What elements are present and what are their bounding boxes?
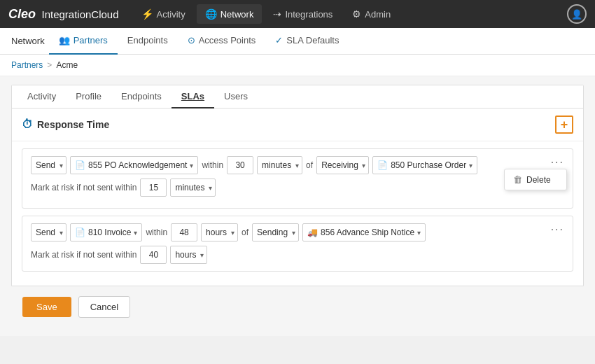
doc-icon-1: 📄: [75, 160, 85, 170]
sec-nav-access-points-label: Access Points: [199, 35, 256, 46]
sec-nav-endpoints[interactable]: Endpoints: [118, 28, 178, 55]
inner-tabs: Activity Profile Endpoints SLAs Users: [12, 85, 583, 108]
logo: Cleo IntegrationCloud: [8, 7, 119, 22]
tab-profile[interactable]: Profile: [66, 85, 111, 108]
doc-type-2-text: 810 Invoice: [88, 227, 131, 237]
send-select-1[interactable]: Send ▾: [31, 156, 66, 174]
doc-type-select-1[interactable]: 📄 855 PO Acknowledgement ▾: [70, 156, 198, 174]
breadcrumb-separator: >: [47, 60, 52, 70]
breadcrumb-current: Acme: [56, 60, 78, 70]
within-num-1[interactable]: [227, 156, 253, 174]
doc-type-1-arrow: ▾: [190, 162, 193, 169]
doc-type2-2-text: 856 Advance Ship Notice: [321, 227, 414, 237]
section-title-text: Response Time: [37, 119, 109, 130]
partners-icon: 👥: [59, 35, 70, 46]
within-label-1: within: [202, 160, 223, 170]
doc-type2-select-2[interactable]: 🚚 856 Advance Ship Notice ▾: [302, 223, 426, 241]
mark-unit-select-2[interactable]: hours ▾: [170, 246, 207, 264]
doc-type2-select-1[interactable]: 📄 850 Purchase Order ▾: [372, 156, 477, 174]
access-points-icon: ⊙: [188, 35, 195, 46]
time-unit-dropdown-2[interactable]: hours: [204, 227, 229, 237]
add-sla-button[interactable]: +: [555, 115, 573, 134]
direction-select-2[interactable]: Sending ▾: [252, 223, 299, 241]
delete-menu-item[interactable]: 🗑 Delete: [505, 169, 566, 190]
sla-row-group-2: ··· Send ▾ 📄 810 Invoice ▾ within: [22, 216, 573, 272]
mark-unit-dropdown-1[interactable]: minutes: [174, 183, 206, 192]
user-avatar[interactable]: 👤: [567, 4, 587, 24]
delete-label: Delete: [526, 175, 551, 185]
doc-type-select-2[interactable]: 📄 810 Invoice ▾: [70, 223, 142, 241]
row-menu-button-1[interactable]: ···: [548, 155, 567, 170]
network-icon: 🌐: [205, 8, 217, 20]
mark-num-1[interactable]: [140, 178, 167, 197]
doc-icon-2: 📄: [75, 227, 85, 237]
tab-users[interactable]: Users: [214, 85, 258, 108]
time-unit-select-2[interactable]: hours ▾: [201, 223, 238, 241]
sla-row-2-line-2: Mark at risk if not sent within hours ▾: [31, 246, 564, 264]
within-label-2: within: [146, 227, 167, 237]
sla-defaults-icon: ✓: [275, 35, 283, 46]
sec-nav-endpoints-label: Endpoints: [127, 35, 168, 46]
direction-dropdown-2[interactable]: Sending: [255, 227, 290, 237]
of-label-1: of: [306, 160, 313, 170]
sla-row-1-line-2: Mark at risk if not sent within minutes …: [31, 178, 564, 197]
mark-unit-dropdown-2[interactable]: hours: [174, 250, 198, 260]
breadcrumb-link[interactable]: Partners: [11, 60, 43, 70]
send-arrow-2: ▾: [59, 229, 63, 237]
send-select-2[interactable]: Send ▾: [31, 223, 66, 241]
cancel-button[interactable]: Cancel: [78, 296, 130, 318]
doc-icon2-2: 🚚: [307, 227, 318, 237]
direction-dropdown-1[interactable]: Receiving: [320, 160, 360, 170]
mark-num-2[interactable]: [140, 246, 167, 264]
nav-item-activity-label: Activity: [157, 9, 186, 20]
nav-item-network[interactable]: 🌐 Network: [197, 4, 262, 24]
nav-item-admin[interactable]: ⚙ Admin: [344, 4, 399, 24]
sla-row-2-line-1: Send ▾ 📄 810 Invoice ▾ within hours ▾: [31, 223, 564, 241]
secondary-nav: Network 👥 Partners Endpoints ⊙ Access Po…: [0, 28, 595, 55]
send-dropdown-1[interactable]: Send: [34, 160, 57, 170]
time-unit-select-1[interactable]: minutes ▾: [257, 156, 302, 174]
breadcrumb: Partners > Acme: [0, 55, 595, 76]
doc-type-1-text: 855 PO Acknowledgement: [88, 160, 187, 170]
integrations-icon: ⇢: [273, 8, 281, 20]
tab-activity[interactable]: Activity: [18, 85, 66, 108]
sla-row-1-line-1: Send ▾ 📄 855 PO Acknowledgement ▾ within…: [31, 156, 564, 174]
doc-type2-1-text: 850 Purchase Order: [391, 160, 466, 170]
direction-select-1[interactable]: Receiving ▾: [316, 156, 369, 174]
mark-unit-arrow-2: ▾: [200, 251, 204, 259]
tab-slas[interactable]: SLAs: [172, 85, 214, 108]
sec-nav-partners[interactable]: 👥 Partners: [49, 28, 118, 55]
nav-item-activity[interactable]: ⚡ Activity: [133, 4, 194, 24]
logo-ic: IntegrationCloud: [41, 8, 118, 20]
row-menu-button-2[interactable]: ···: [548, 222, 567, 237]
direction-arrow-2: ▾: [292, 229, 295, 237]
sec-nav-sla-defaults[interactable]: ✓ SLA Defaults: [265, 28, 349, 55]
avatar-icon: 👤: [571, 9, 582, 20]
send-arrow-1: ▾: [59, 162, 63, 169]
admin-icon: ⚙: [352, 8, 361, 20]
mark-unit-select-1[interactable]: minutes ▾: [170, 178, 216, 197]
of-label-2: of: [241, 227, 248, 237]
top-nav-items: ⚡ Activity 🌐 Network ⇢ Integrations ⚙ Ad…: [133, 4, 567, 24]
sec-nav-sla-defaults-label: SLA Defaults: [286, 35, 339, 46]
delete-icon: 🗑: [513, 174, 522, 185]
within-num-2[interactable]: [171, 223, 197, 241]
sec-nav-access-points[interactable]: ⊙ Access Points: [178, 28, 266, 55]
doc-type2-2-arrow: ▾: [417, 229, 421, 237]
tab-endpoints[interactable]: Endpoints: [111, 85, 172, 108]
nav-item-integrations[interactable]: ⇢ Integrations: [265, 4, 341, 24]
mark-label-2: Mark at risk if not sent within: [31, 250, 136, 260]
nav-item-admin-label: Admin: [365, 9, 391, 20]
activity-icon: ⚡: [141, 8, 153, 20]
nav-item-network-label: Network: [220, 9, 254, 20]
doc-type-2-arrow: ▾: [134, 229, 137, 237]
time-unit-arrow-1: ▾: [295, 162, 299, 169]
doc-icon2-1: 📄: [377, 160, 388, 170]
save-button[interactable]: Save: [22, 297, 71, 317]
time-unit-dropdown-1[interactable]: minutes: [260, 160, 293, 170]
nav-item-integrations-label: Integrations: [285, 9, 332, 20]
top-nav: Cleo IntegrationCloud ⚡ Activity 🌐 Netwo…: [0, 0, 595, 28]
section-header: ⏱ Response Time +: [12, 108, 583, 141]
send-dropdown-2[interactable]: Send: [34, 227, 57, 237]
sla-rows: ··· Send ▾ 📄 855 PO Acknowledgement ▾ wi…: [12, 141, 583, 286]
